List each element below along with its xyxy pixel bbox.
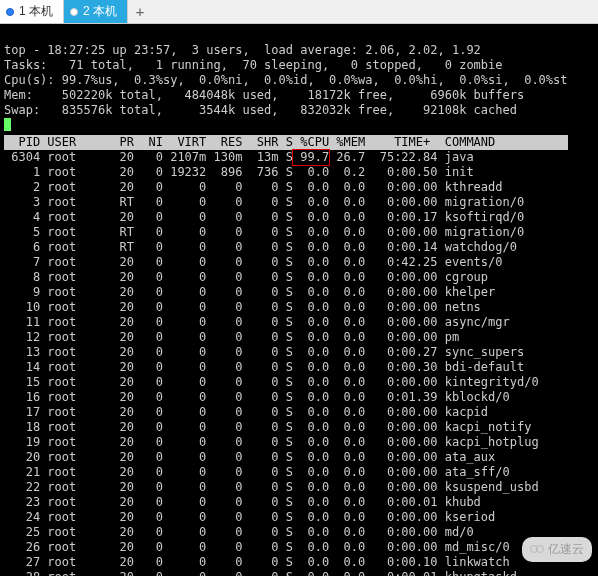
- process-row: 3 root RT 0 0 0 0 S 0.0 0.0 0:00.00 migr…: [4, 195, 594, 210]
- process-row: 28 root 20 0 0 0 0 S 0.0 0.0 0:00.01 khu…: [4, 570, 594, 576]
- top-summary-line2: Tasks: 71 total, 1 running, 70 sleeping,…: [4, 58, 503, 72]
- process-row: 22 root 20 0 0 0 0 S 0.0 0.0 0:00.00 ksu…: [4, 480, 594, 495]
- top-summary-line5: Swap: 835576k total, 3544k used, 832032k…: [4, 103, 517, 117]
- top-summary-line3: Cpu(s): 99.7%us, 0.3%sy, 0.0%ni, 0.0%id,…: [4, 73, 568, 87]
- cursor: [4, 118, 11, 131]
- process-row: 4 root 20 0 0 0 0 S 0.0 0.0 0:00.17 ksof…: [4, 210, 594, 225]
- process-row: 15 root 20 0 0 0 0 S 0.0 0.0 0:00.00 kin…: [4, 375, 594, 390]
- process-row: 14 root 20 0 0 0 0 S 0.0 0.0 0:00.30 bdi…: [4, 360, 594, 375]
- process-row: 24 root 20 0 0 0 0 S 0.0 0.0 0:00.00 kse…: [4, 510, 594, 525]
- process-row: 26 root 20 0 0 0 0 S 0.0 0.0 0:00.00 md_…: [4, 540, 594, 555]
- process-row: 18 root 20 0 0 0 0 S 0.0 0.0 0:00.00 kac…: [4, 420, 594, 435]
- process-row: 17 root 20 0 0 0 0 S 0.0 0.0 0:00.00 kac…: [4, 405, 594, 420]
- top-summary-line4: Mem: 502220k total, 484048k used, 18172k…: [4, 88, 524, 102]
- process-row: 25 root 20 0 0 0 0 S 0.0 0.0 0:00.00 md/…: [4, 525, 594, 540]
- terminal-output[interactable]: top - 18:27:25 up 23:57, 3 users, load a…: [0, 24, 598, 576]
- tab-1[interactable]: 2 本机: [64, 0, 128, 23]
- process-row: 23 root 20 0 0 0 0 S 0.0 0.0 0:00.01 khu…: [4, 495, 594, 510]
- process-row: 7 root 20 0 0 0 0 S 0.0 0.0 0:42.25 even…: [4, 255, 594, 270]
- tab-status-icon: [70, 8, 78, 16]
- process-row: 9 root 20 0 0 0 0 S 0.0 0.0 0:00.00 khel…: [4, 285, 594, 300]
- process-row: 8 root 20 0 0 0 0 S 0.0 0.0 0:00.00 cgro…: [4, 270, 594, 285]
- process-row: 2 root 20 0 0 0 0 S 0.0 0.0 0:00.00 kthr…: [4, 180, 594, 195]
- tab-bar: 1 本机2 本机 +: [0, 0, 598, 24]
- process-column-header: PID USER PR NI VIRT RES SHR S %CPU %MEM …: [4, 135, 568, 150]
- process-row: 16 root 20 0 0 0 0 S 0.0 0.0 0:01.39 kbl…: [4, 390, 594, 405]
- process-list: 6304 root 20 0 2107m 130m 13m S 99.7 26.…: [4, 150, 594, 576]
- top-summary-line1: top - 18:27:25 up 23:57, 3 users, load a…: [4, 43, 481, 57]
- process-row: 12 root 20 0 0 0 0 S 0.0 0.0 0:00.00 pm: [4, 330, 594, 345]
- cpu-highlight: 99.7: [292, 149, 330, 166]
- add-tab-button[interactable]: +: [128, 0, 152, 23]
- watermark: 亿速云: [522, 537, 592, 562]
- process-row: 11 root 20 0 0 0 0 S 0.0 0.0 0:00.00 asy…: [4, 315, 594, 330]
- process-row: 1 root 20 0 19232 896 736 S 0.0 0.2 0:00…: [4, 165, 594, 180]
- process-row: 5 root RT 0 0 0 0 S 0.0 0.0 0:00.00 migr…: [4, 225, 594, 240]
- tab-label: 1 本机: [19, 3, 53, 20]
- tab-0[interactable]: 1 本机: [0, 0, 64, 23]
- watermark-text: 亿速云: [548, 541, 584, 558]
- process-row: 20 root 20 0 0 0 0 S 0.0 0.0 0:00.00 ata…: [4, 450, 594, 465]
- tab-label: 2 本机: [83, 3, 117, 20]
- process-row: 21 root 20 0 0 0 0 S 0.0 0.0 0:00.00 ata…: [4, 465, 594, 480]
- process-row: 6304 root 20 0 2107m 130m 13m S 99.7 26.…: [4, 150, 594, 165]
- process-row: 19 root 20 0 0 0 0 S 0.0 0.0 0:00.00 kac…: [4, 435, 594, 450]
- process-row: 10 root 20 0 0 0 0 S 0.0 0.0 0:00.00 net…: [4, 300, 594, 315]
- process-row: 6 root RT 0 0 0 0 S 0.0 0.0 0:00.14 watc…: [4, 240, 594, 255]
- tab-status-icon: [6, 8, 14, 16]
- infinity-icon: [530, 545, 544, 555]
- process-row: 27 root 20 0 0 0 0 S 0.0 0.0 0:00.10 lin…: [4, 555, 594, 570]
- process-row: 13 root 20 0 0 0 0 S 0.0 0.0 0:00.27 syn…: [4, 345, 594, 360]
